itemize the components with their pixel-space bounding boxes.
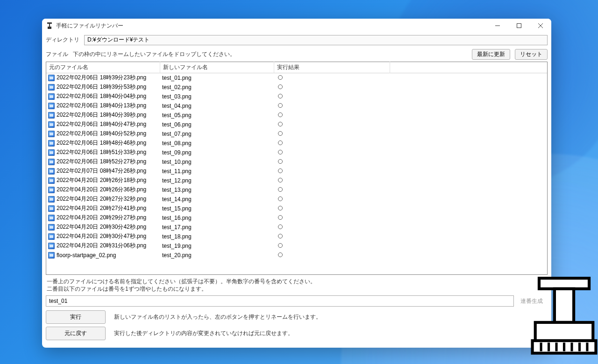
cell-new: test_17.png bbox=[161, 224, 275, 231]
status-ok-icon bbox=[278, 150, 283, 154]
status-ok-icon bbox=[278, 215, 283, 220]
revert-desc: 実行した後ディレクトリの内容が変更されていなければ元に戻せます。 bbox=[114, 329, 293, 337]
table-row[interactable]: 2022年04月20日 20時31分06秒.pngtest_19.png bbox=[46, 241, 547, 251]
cell-original: 2022年04月20日 20時30分42秒.png bbox=[57, 223, 161, 231]
status-ok-icon bbox=[278, 131, 283, 136]
col-new[interactable]: 新しいファイル名 bbox=[160, 62, 274, 73]
reset-button[interactable]: リセット bbox=[515, 49, 548, 60]
table-row[interactable]: 2022年04月20日 20時27分41秒.pngtest_15.png bbox=[46, 204, 547, 213]
table-row[interactable]: 2022年04月20日 20時26分18秒.pngtest_12.png bbox=[46, 176, 547, 185]
status-ok-icon bbox=[278, 159, 283, 164]
file-icon bbox=[48, 215, 55, 221]
table-row[interactable]: 2022年04月20日 20時26分36秒.pngtest_13.png bbox=[46, 185, 547, 195]
table-row[interactable]: 2022年02月07日 08時47分26秒.pngtest_11.png bbox=[46, 167, 547, 176]
revert-button[interactable]: 元に戻す bbox=[46, 327, 106, 340]
file-list: 元のファイル名 新しいファイル名 実行結果 2022年02月06日 18時39分… bbox=[46, 62, 548, 275]
cell-result bbox=[275, 140, 391, 147]
table-row[interactable]: 2022年04月20日 20時29分27秒.pngtest_16.png bbox=[46, 213, 547, 223]
cell-original: floorp-startpage_02.png bbox=[57, 252, 161, 259]
table-row[interactable]: 2022年04月20日 20時30分47秒.pngtest_18.png bbox=[46, 232, 547, 241]
status-ok-icon bbox=[278, 206, 283, 210]
cell-new: test_04.png bbox=[161, 103, 275, 109]
table-row[interactable]: 2022年02月06日 18時40分39秒.pngtest_05.png bbox=[46, 111, 547, 120]
table-row[interactable]: 2022年02月06日 18時39分53秒.pngtest_02.png bbox=[46, 83, 547, 92]
status-ok-icon bbox=[278, 140, 283, 145]
table-row[interactable]: 2022年02月06日 18時40分04秒.pngtest_03.png bbox=[46, 92, 547, 101]
close-button[interactable] bbox=[530, 19, 551, 33]
status-ok-icon bbox=[278, 84, 283, 89]
cell-result bbox=[275, 159, 391, 165]
status-ok-icon bbox=[278, 122, 283, 126]
cell-result bbox=[275, 205, 391, 212]
cell-result bbox=[275, 75, 391, 81]
status-ok-icon bbox=[278, 187, 283, 192]
file-icon bbox=[48, 177, 55, 184]
table-row[interactable]: 2022年02月06日 18時52分27秒.pngtest_10.png bbox=[46, 157, 547, 167]
cell-original: 2022年04月20日 20時26分36秒.png bbox=[57, 186, 161, 194]
cell-new: test_01.png bbox=[161, 75, 275, 81]
table-row[interactable]: 2022年02月06日 18時40分52秒.pngtest_07.png bbox=[46, 129, 547, 139]
minimize-button[interactable] bbox=[487, 19, 508, 33]
cell-original: 2022年04月20日 20時29分27秒.png bbox=[57, 214, 161, 222]
status-ok-icon bbox=[278, 224, 283, 229]
file-drop-text: 下の枠の中にリネームしたいファイルをドロップしてください。 bbox=[73, 50, 467, 58]
refresh-button[interactable]: 最新に更新 bbox=[472, 49, 510, 60]
cell-new: test_02.png bbox=[161, 84, 275, 91]
svg-rect-1 bbox=[49, 24, 50, 27]
cell-new: test_08.png bbox=[161, 140, 275, 147]
file-icon bbox=[48, 252, 55, 259]
file-icon bbox=[48, 196, 55, 203]
file-icon bbox=[48, 131, 55, 137]
status-ok-icon bbox=[278, 168, 283, 173]
file-icon bbox=[48, 140, 55, 147]
file-icon bbox=[48, 159, 55, 165]
file-icon bbox=[48, 75, 55, 81]
col-spacer bbox=[390, 65, 547, 69]
table-row[interactable]: 2022年04月20日 20時30分42秒.pngtest_17.png bbox=[46, 223, 547, 232]
cell-result bbox=[275, 177, 391, 184]
cell-new: test_07.png bbox=[161, 131, 275, 137]
cell-new: test_20.png bbox=[161, 252, 275, 259]
cell-result bbox=[275, 243, 391, 249]
col-result[interactable]: 実行結果 bbox=[274, 62, 390, 73]
directory-label: ディレクトリ bbox=[46, 36, 79, 44]
status-ok-icon bbox=[278, 243, 283, 248]
cell-result bbox=[275, 84, 391, 91]
app-icon bbox=[46, 22, 53, 29]
file-icon bbox=[48, 103, 55, 109]
col-original[interactable]: 元のファイル名 bbox=[46, 62, 160, 73]
cell-result bbox=[275, 112, 391, 119]
cell-result bbox=[275, 224, 391, 231]
cell-new: test_13.png bbox=[161, 187, 275, 193]
table-row[interactable]: 2022年02月06日 18時51分33秒.pngtest_09.png bbox=[46, 148, 547, 157]
status-ok-icon bbox=[278, 103, 283, 108]
list-body[interactable]: 2022年02月06日 18時39分23秒.pngtest_01.png2022… bbox=[46, 73, 547, 274]
cell-new: test_16.png bbox=[161, 215, 275, 221]
list-header: 元のファイル名 新しいファイル名 実行結果 bbox=[46, 62, 547, 73]
cell-result bbox=[275, 103, 391, 109]
cell-original: 2022年04月20日 20時27分32秒.png bbox=[57, 195, 161, 203]
cell-result bbox=[275, 121, 391, 128]
directory-input[interactable] bbox=[84, 35, 548, 45]
table-row[interactable]: 2022年02月06日 18時40分13秒.pngtest_04.png bbox=[46, 101, 547, 111]
cell-new: test_09.png bbox=[161, 149, 275, 156]
status-ok-icon bbox=[278, 94, 283, 98]
maximize-button[interactable] bbox=[508, 19, 530, 33]
svg-rect-8 bbox=[555, 289, 574, 322]
file-icon bbox=[48, 243, 55, 249]
table-row[interactable]: 2022年04月20日 20時27分32秒.pngtest_14.png bbox=[46, 195, 547, 204]
cell-original: 2022年02月06日 18時39分53秒.png bbox=[57, 83, 161, 91]
table-row[interactable]: 2022年02月06日 18時48分46秒.pngtest_08.png bbox=[46, 139, 547, 148]
execute-button[interactable]: 実行 bbox=[46, 310, 106, 324]
name-pattern-input[interactable] bbox=[46, 295, 514, 307]
cell-new: test_12.png bbox=[161, 177, 275, 184]
cell-original: 2022年04月20日 20時31分06秒.png bbox=[57, 242, 161, 250]
table-row[interactable]: 2022年02月06日 18時39分23秒.pngtest_01.png bbox=[46, 73, 547, 83]
cell-result bbox=[275, 187, 391, 193]
app-window: 手軽にファイルリナンバー ディレクトリ ファイル 下の枠の中にリネームしたいファ… bbox=[42, 19, 551, 348]
help-line2: 二番目以下のファイルは番号を1ずつ増やしたものになります。 bbox=[47, 285, 547, 293]
cell-original: 2022年02月06日 18時52分27秒.png bbox=[57, 158, 161, 166]
cell-new: test_05.png bbox=[161, 112, 275, 119]
table-row[interactable]: floorp-startpage_02.pngtest_20.png bbox=[46, 251, 547, 260]
table-row[interactable]: 2022年02月06日 18時40分47秒.pngtest_06.png bbox=[46, 120, 547, 129]
